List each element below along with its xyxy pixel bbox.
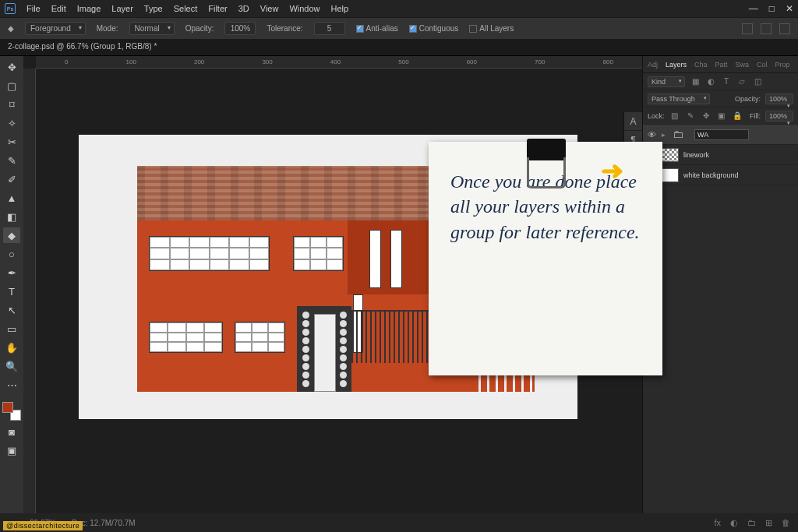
fill-source-select[interactable]: Foreground (25, 22, 86, 35)
menu-image[interactable]: Image (77, 4, 101, 13)
fg-color[interactable] (2, 402, 13, 413)
menu-layer[interactable]: Layer (111, 4, 133, 13)
move-tool[interactable]: ✥ (3, 59, 20, 75)
tool-preset-icon[interactable]: ◆ (8, 24, 14, 33)
ruler-tick: 300 (262, 58, 272, 65)
document-tab[interactable]: 2-collage.psd @ 66.7% (Group 1, RGB/8) * (0, 39, 798, 56)
shape-tool[interactable]: ▭ (3, 321, 20, 336)
maximize-icon[interactable]: □ (769, 3, 775, 14)
new-group-icon[interactable]: 🗀 (747, 518, 756, 528)
ruler-tick: 600 (467, 58, 477, 65)
tab-patterns[interactable]: Patt (715, 61, 728, 69)
tab-swatches[interactable]: Swa (736, 61, 750, 69)
fx-icon[interactable]: fx (714, 518, 721, 528)
close-icon[interactable]: ✕ (786, 3, 793, 14)
antialias-checkbox[interactable] (356, 25, 364, 33)
alllayers-checkbox[interactable] (469, 25, 477, 33)
fill-label: Fill: (750, 112, 761, 120)
layer-group-row[interactable]: 👁 ▸ 🗀 (643, 125, 798, 145)
menu-view[interactable]: View (260, 4, 279, 13)
folder-icon: 🗀 (673, 128, 690, 142)
layer-name-input[interactable] (694, 129, 749, 140)
zoom-tool[interactable]: 🔍 (3, 358, 20, 374)
ruler-tick: 400 (330, 58, 341, 65)
door (314, 314, 336, 392)
menu-window[interactable]: Window (289, 4, 320, 13)
character-panel-icon[interactable]: A (624, 112, 642, 131)
tab-adjustments[interactable]: Adj (648, 61, 658, 69)
ruler-tick: 100 (126, 58, 136, 65)
edit-toolbar[interactable]: ⋯ (3, 377, 20, 393)
share-icon[interactable] (779, 23, 790, 34)
filter-shape-icon[interactable]: ▱ (736, 76, 747, 87)
workspace-icon[interactable] (742, 23, 753, 34)
ruler-tick: 500 (398, 58, 408, 65)
menu-bar: Ps File Edit Image Layer Type Select Fil… (0, 0, 798, 17)
lock-pixels-icon[interactable]: ✎ (685, 111, 696, 122)
lock-label: Lock: (648, 112, 665, 120)
hand-tool[interactable]: ✋ (3, 340, 20, 355)
search-icon[interactable] (761, 23, 772, 34)
filter-adjust-icon[interactable]: ◐ (705, 76, 716, 87)
filter-type-icon[interactable]: T (721, 76, 732, 87)
screenmode-tool[interactable]: ▣ (3, 442, 20, 458)
layer-row[interactable]: 👁 white background (643, 165, 798, 185)
app-icon: Ps (5, 3, 16, 14)
filter-smart-icon[interactable]: ◫ (752, 76, 763, 87)
menu-file[interactable]: File (26, 4, 41, 13)
tab-properties[interactable]: Prop (775, 61, 790, 69)
lock-transparent-icon[interactable]: ▨ (669, 111, 680, 122)
brush-tool[interactable]: ✐ (3, 171, 20, 187)
marquee-tool[interactable]: ▢ (3, 78, 20, 93)
menu-help[interactable]: Help (331, 4, 349, 13)
type-tool[interactable]: T (3, 284, 20, 299)
minimize-icon[interactable]: — (749, 3, 758, 14)
eyedropper-tool[interactable]: ✎ (3, 153, 20, 168)
filter-kind-select[interactable]: Kind (648, 76, 685, 87)
lock-artboard-icon[interactable]: ▣ (716, 111, 727, 122)
tolerance-input[interactable]: 5 (314, 22, 345, 35)
window (149, 236, 270, 271)
ruler-tick: 700 (535, 58, 545, 65)
menu-type[interactable]: Type (144, 4, 163, 13)
filter-pixel-icon[interactable]: ▦ (690, 76, 701, 87)
contiguous-checkbox[interactable] (409, 25, 417, 33)
tolerance-label: Tolerance: (267, 24, 302, 33)
menu-edit[interactable]: Edit (51, 4, 66, 13)
pen-tool[interactable]: ✒ (3, 265, 20, 280)
tab-color[interactable]: Col (757, 61, 768, 69)
lock-all-icon[interactable]: 🔒 (732, 111, 743, 122)
mode-label: Mode: (97, 24, 118, 33)
circle-column (340, 310, 348, 388)
eraser-tool[interactable]: ◧ (3, 209, 20, 224)
fill-input[interactable]: 100% (765, 111, 793, 122)
tab-channels[interactable]: Cha (694, 61, 708, 69)
blend-mode-select[interactable]: Pass Through (648, 93, 710, 104)
trash-icon[interactable]: 🗑 (782, 518, 790, 528)
blend-mode-select[interactable]: Normal (129, 22, 175, 35)
stamp-tool[interactable]: ▲ (3, 190, 20, 206)
bucket-tool[interactable]: ◆ (3, 227, 20, 243)
quickmask-tool[interactable]: ◙ (3, 424, 20, 439)
opacity-input[interactable]: 100% (224, 22, 256, 35)
new-layer-icon[interactable]: ⊞ (765, 518, 772, 528)
color-swatches[interactable] (2, 402, 21, 421)
menu-3d[interactable]: 3D (238, 4, 249, 13)
mask-icon[interactable]: ◐ (730, 518, 738, 528)
expand-icon[interactable]: ▸ (662, 131, 668, 139)
tab-layers[interactable]: Layers (666, 61, 687, 69)
menu-filter[interactable]: Filter (208, 4, 227, 13)
lock-position-icon[interactable]: ✥ (701, 111, 711, 122)
lasso-tool[interactable]: ⌑ (3, 97, 20, 112)
layer-row[interactable]: 👁 linework (643, 145, 798, 165)
path-tool[interactable]: ↖ (3, 302, 20, 318)
visibility-icon[interactable]: 👁 (646, 130, 657, 139)
crop-tool[interactable]: ✂ (3, 134, 20, 150)
menu-select[interactable]: Select (174, 4, 198, 13)
layer-thumbnail (662, 168, 679, 182)
blend-row: Pass Through Opacity: 100% (643, 90, 798, 107)
layer-opacity-input[interactable]: 100% (765, 93, 793, 104)
blur-tool[interactable]: ○ (3, 246, 20, 262)
layer-name: white background (683, 171, 739, 179)
wand-tool[interactable]: ✧ (3, 115, 20, 131)
